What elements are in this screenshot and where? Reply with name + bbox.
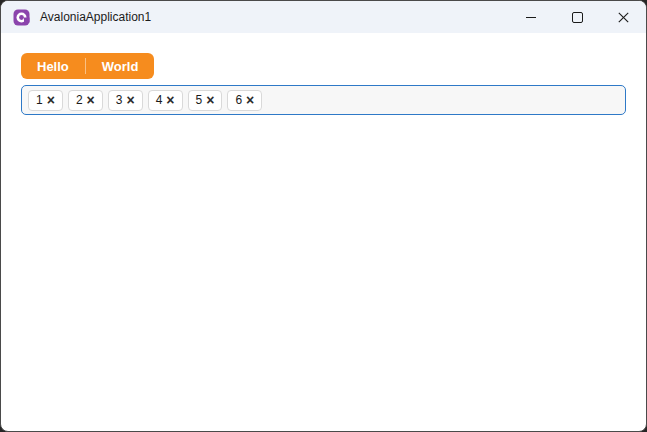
chip-label: 6 [235, 93, 242, 107]
chip-1[interactable]: 1 × [28, 90, 63, 111]
chip-4[interactable]: 4 × [148, 90, 183, 111]
chip-remove-icon[interactable]: × [126, 93, 134, 107]
chips-input[interactable]: 1 × 2 × 3 × 4 × 5 × 6 × [21, 85, 626, 115]
chip-remove-icon[interactable]: × [47, 93, 55, 107]
maximize-icon [572, 12, 583, 23]
window-content: Hello World 1 × 2 × 3 × 4 × 5 × [1, 33, 646, 115]
chip-remove-icon[interactable]: × [87, 93, 95, 107]
chip-3[interactable]: 3 × [108, 90, 143, 111]
chip-remove-icon[interactable]: × [166, 93, 174, 107]
tab-strip: Hello World [21, 53, 154, 79]
close-button[interactable] [600, 1, 646, 33]
window-title: AvaloniaApplication1 [40, 10, 151, 24]
chip-2[interactable]: 2 × [68, 90, 103, 111]
app-window: AvaloniaApplication1 Hello World [0, 0, 647, 432]
chip-label: 2 [76, 93, 83, 107]
minimize-button[interactable] [508, 1, 554, 33]
chip-remove-icon[interactable]: × [246, 93, 254, 107]
chip-remove-icon[interactable]: × [206, 93, 214, 107]
maximize-button[interactable] [554, 1, 600, 33]
chip-5[interactable]: 5 × [188, 90, 223, 111]
window-controls [508, 1, 646, 33]
chip-label: 1 [36, 93, 43, 107]
chip-label: 5 [196, 93, 203, 107]
tab-hello[interactable]: Hello [21, 53, 85, 79]
chip-label: 4 [156, 93, 163, 107]
chip-6[interactable]: 6 × [227, 90, 262, 111]
chip-label: 3 [116, 93, 123, 107]
tab-world[interactable]: World [86, 53, 155, 79]
close-icon [618, 12, 629, 23]
titlebar[interactable]: AvaloniaApplication1 [1, 1, 646, 33]
minimize-icon [526, 17, 536, 18]
avalonia-logo-icon [13, 9, 30, 26]
